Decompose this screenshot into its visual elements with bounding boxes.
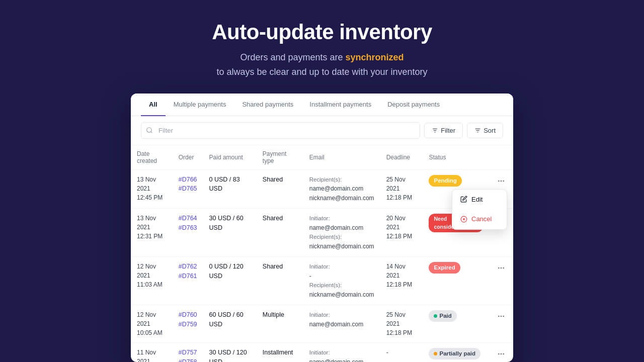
order-link-d761[interactable]: #D761: [179, 272, 197, 281]
email-cell: Initiator: name@domain.com: [303, 305, 380, 342]
row-action-button[interactable]: [495, 348, 507, 360]
search-input[interactable]: [141, 122, 420, 139]
main-card: All Multiple payments Shared payments In…: [131, 94, 513, 362]
col-status: Status: [423, 145, 489, 170]
paid-cell: 30 USD / 120 USD: [203, 342, 257, 362]
email-cell: Initiator: - Recipient(s): nickname@doma…: [303, 256, 380, 305]
email-label: Recipient(s):: [309, 176, 342, 183]
initiator-addr: -: [309, 273, 311, 280]
order-link-d757[interactable]: #D757: [179, 348, 197, 357]
svg-point-22: [503, 316, 504, 317]
more-icon: [497, 312, 505, 320]
more-icon: [497, 350, 505, 358]
order-cell: #D764 #D763: [173, 208, 203, 256]
deadline-cell: 25 Nov 202112:18 PM: [380, 169, 423, 208]
svg-point-21: [501, 316, 502, 317]
toolbar: Filter Sort: [131, 116, 513, 145]
context-menu-edit[interactable]: Edit: [452, 190, 507, 210]
email-cell: Recipient(s): name@domain.com nickname@d…: [303, 169, 380, 208]
svg-point-8: [498, 180, 500, 182]
deadline-cell: 14 Nov 202112:18 PM: [380, 256, 423, 305]
svg-point-20: [498, 316, 500, 317]
svg-point-19: [503, 267, 504, 269]
order-cell: #D760 #D759: [173, 305, 203, 342]
date-cell: 12 Nov 202110:05 AM: [131, 305, 173, 342]
col-actions: [489, 145, 513, 170]
order-cell: #D762 #D761: [173, 256, 203, 305]
order-link-d759[interactable]: #D759: [179, 320, 197, 329]
hero-subtitle: Orders and payments are synchronized to …: [212, 50, 432, 79]
hero-subtitle-text2: to always be clear and up to date with y…: [216, 67, 427, 77]
action-cell: [489, 342, 513, 362]
sort-button[interactable]: Sort: [467, 123, 503, 138]
svg-point-25: [503, 353, 504, 355]
action-cell: [489, 256, 513, 305]
order-link-d764[interactable]: #D764: [179, 214, 197, 223]
action-cell: Edit Cancel: [489, 169, 513, 208]
col-date: Date created: [131, 145, 173, 170]
initiator-addr: name@domain.com: [309, 224, 364, 231]
tab-bar: All Multiple payments Shared payments In…: [131, 94, 513, 116]
filter-button[interactable]: Filter: [424, 123, 463, 138]
tab-shared[interactable]: Shared payments: [234, 94, 301, 116]
context-menu-wrap: Edit Cancel: [495, 175, 507, 187]
more-icon: [497, 177, 505, 185]
tab-all[interactable]: All: [141, 94, 166, 116]
order-link-d762[interactable]: #D762: [179, 262, 197, 272]
status-badge: Partially paid: [429, 348, 480, 359]
status-cell: Paid: [423, 305, 489, 342]
sort-label: Sort: [484, 127, 496, 134]
svg-point-0: [147, 128, 151, 132]
paid-cell: 0 USD / 120 USD: [203, 256, 257, 305]
date-cell: 13 Nov 202112:45 PM: [131, 169, 173, 208]
search-wrap: [141, 122, 420, 139]
order-link-d763[interactable]: #D763: [179, 223, 197, 233]
filter-label: Filter: [441, 127, 455, 134]
initiator-label: Initiator:: [309, 263, 330, 269]
svg-line-1: [151, 132, 152, 133]
paid-dot: [434, 314, 437, 318]
table-wrap: Date created Order Paid amount Payment t…: [131, 145, 513, 362]
type-cell: Shared: [257, 256, 303, 305]
tab-deposit[interactable]: Deposit payments: [379, 94, 448, 116]
email-cell: Initiator: name@domain.com Recipient(s):…: [303, 208, 380, 256]
table-row: 11 Nov 202112:18 PM #D757 #D758 30 USD /…: [131, 342, 513, 362]
svg-point-23: [498, 353, 500, 355]
svg-point-9: [501, 180, 502, 182]
order-link-d760[interactable]: #D760: [179, 310, 197, 320]
email-cell: Initiator: name@domain.com: [303, 342, 380, 362]
tab-multiple[interactable]: Multiple payments: [166, 94, 234, 116]
context-menu-cancel[interactable]: Cancel: [452, 209, 507, 229]
order-link-d766[interactable]: #D766: [179, 175, 197, 185]
date-cell: 13 Nov 202112:31 PM: [131, 208, 173, 256]
date-cell: 12 Nov 202111:03 AM: [131, 256, 173, 305]
row-action-button[interactable]: [495, 310, 507, 322]
email-addr: nickname@domain.com: [309, 291, 374, 298]
row-action-button[interactable]: [495, 262, 507, 274]
partial-dot: [434, 352, 437, 355]
order-link-d758[interactable]: #D758: [179, 357, 197, 362]
status-cell: Expired: [423, 256, 489, 305]
initiator-addr: name@domain.com: [309, 358, 364, 362]
col-type: Payment type: [257, 145, 303, 170]
col-paid: Paid amount: [203, 145, 257, 170]
status-badge: Pending: [429, 175, 461, 187]
tab-installment[interactable]: Installment payments: [301, 94, 379, 116]
initiator-label: Initiator:: [309, 312, 330, 318]
initiator-label: Initiator:: [309, 349, 330, 355]
order-link-d765[interactable]: #D765: [179, 184, 197, 194]
row-action-button[interactable]: [495, 175, 507, 187]
more-icon: [497, 264, 505, 272]
col-order: Order: [173, 145, 203, 170]
cancel-label: Cancel: [471, 214, 492, 224]
search-icon: [146, 127, 153, 134]
initiator-label: Initiator:: [309, 215, 330, 221]
email-label: Recipient(s):: [309, 282, 342, 288]
paid-cell: 60 USD / 60 USD: [203, 305, 257, 342]
type-cell: Installment: [257, 342, 303, 362]
sort-icon: [474, 127, 481, 134]
filter-icon: [432, 127, 438, 134]
edit-label: Edit: [471, 195, 482, 205]
table-row: 12 Nov 202110:05 AM #D760 #D759 60 USD /…: [131, 305, 513, 342]
order-cell: #D757 #D758: [173, 342, 203, 362]
